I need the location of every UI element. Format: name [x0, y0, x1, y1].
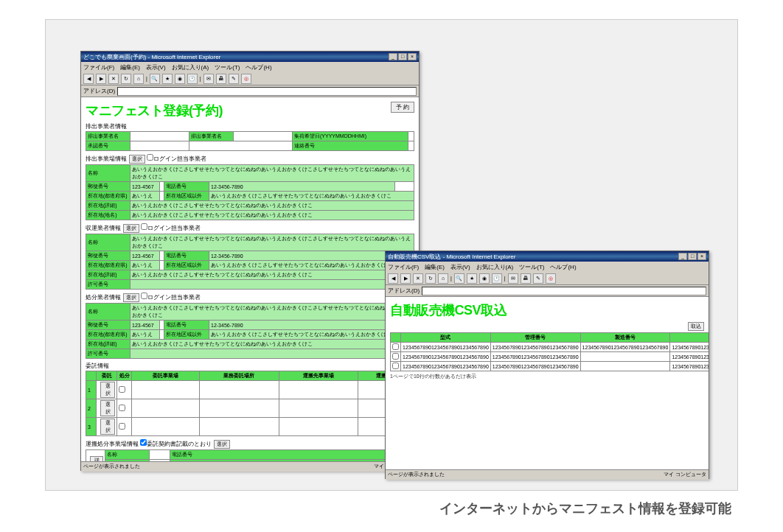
cell — [132, 381, 200, 399]
select-button[interactable]: 選択 — [100, 382, 115, 398]
search-icon[interactable]: 🔍 — [454, 273, 464, 284]
import-button[interactable]: 取込 — [688, 322, 704, 331]
menu-file[interactable]: ファイル(F) — [388, 263, 419, 271]
row-checkbox — [392, 343, 399, 350]
menu-fav[interactable]: お気に入り(A) — [172, 63, 209, 71]
cell — [199, 418, 279, 436]
maximize-icon[interactable]: □ — [688, 253, 697, 260]
stop-icon[interactable]: ✕ — [108, 74, 119, 84]
select-button[interactable]: 選択 — [100, 400, 115, 416]
search-icon[interactable]: 🔍 — [150, 74, 160, 84]
cell: 123-4567 — [130, 321, 160, 330]
forward-icon[interactable]: ▶ — [96, 74, 106, 84]
minimize-icon[interactable]: _ — [678, 253, 687, 260]
page-title: 自動販売機CSV取込 — [390, 301, 704, 319]
edit-icon[interactable]: ✎ — [533, 273, 543, 284]
back-icon[interactable]: ◀ — [388, 273, 398, 284]
label: 連絡番号 — [293, 141, 408, 151]
cell: あいうえ — [130, 192, 160, 201]
table-transporter: 名称あいうえおかきくけこさしすせそたちつてとなにぬねのあいうえおかきくけこさしす… — [86, 234, 414, 290]
mail-icon[interactable]: ✉ — [508, 273, 518, 284]
cell: 12-3456-7890 — [209, 182, 395, 192]
home-icon[interactable]: ⌂ — [133, 74, 144, 84]
checkbox[interactable] — [119, 405, 125, 411]
ie-window-manifest: どこでも廃棄画面(予約) - Microsoft Internet Explor… — [80, 51, 420, 471]
menubar: ファイル(F) 編集(E) 表示(V) お気に入り(A) ツール(T) ヘルプ(… — [81, 62, 419, 72]
menu-edit[interactable]: 編集(E) — [120, 63, 140, 71]
label: 名称 — [105, 450, 150, 460]
csv-table: 型式管理番号製造番号備考 123456789012345678901234567… — [390, 332, 709, 371]
select-button[interactable]: 選択 — [123, 293, 139, 302]
maximize-icon[interactable]: □ — [398, 53, 407, 60]
select-button[interactable]: 選択 — [100, 419, 115, 435]
discuss-icon[interactable]: ◎ — [241, 74, 251, 84]
select-button[interactable]: 選択 — [123, 224, 139, 233]
table-dest: 詳細名称電話番号 所在地(都道府県)所在地区域以外 所在地(詳細) — [86, 449, 414, 461]
print-icon[interactable]: 🖶 — [216, 74, 226, 84]
favorites-icon[interactable]: ★ — [467, 273, 477, 284]
same-checkbox[interactable] — [141, 293, 147, 299]
cell: 123456789012345678901234567890 — [490, 362, 580, 371]
history-icon[interactable]: 🕑 — [187, 74, 198, 84]
section-3: 収運業者情報選択 ログイン担当事業者 — [86, 223, 414, 233]
table-disposer: 名称あいうえおかきくけこさしすせそたちつてとなにぬねのあいうえおかきくけこさしす… — [86, 303, 414, 359]
menu-help[interactable]: ヘルプ(H) — [246, 63, 271, 71]
close-icon[interactable]: × — [408, 53, 417, 60]
label: 所在地(詳細) — [86, 201, 130, 211]
cell: 123456789012345678901234567890 — [490, 343, 580, 352]
toolbar: ◀ ▶ ✕ ↻ ⌂ | 🔍 ★ ◉ 🕑 | ✉ 🖶 ✎ ◎ — [81, 72, 419, 85]
table-emitter: 排出事業者名排出事業者名集荷希望日(YYYYMMDDHHMI) 承認番号連絡番号 — [86, 131, 414, 151]
menu-edit[interactable]: 編集(E) — [425, 263, 445, 271]
reserve-button[interactable]: 予 約 — [391, 102, 414, 113]
cell: 123456789012345678901234567890 — [401, 343, 491, 352]
cell — [279, 418, 358, 436]
checkbox[interactable] — [119, 423, 125, 430]
label: 承認番号 — [86, 141, 130, 151]
menu-file[interactable]: ファイル(F) — [83, 63, 114, 71]
header: 処分 — [117, 371, 132, 381]
table-consign: 委託処分委託事業場業務委託場所運搬先事業場運搬先所 1選択 2選択 3選択 — [86, 371, 414, 436]
close-icon[interactable]: × — [697, 253, 706, 260]
detail-button[interactable]: 詳細 — [90, 456, 103, 461]
label: 所在地(地名) — [86, 211, 130, 220]
contract-checkbox[interactable] — [140, 439, 147, 446]
refresh-icon[interactable]: ↻ — [425, 273, 436, 284]
menu-view[interactable]: 表示(V) — [146, 63, 166, 71]
forward-icon[interactable]: ▶ — [400, 273, 411, 284]
discuss-icon[interactable]: ◎ — [546, 273, 556, 284]
same-checkbox[interactable] — [147, 154, 153, 161]
titlebar: 自動販売機CSV取込 - Microsoft Internet Explorer… — [386, 251, 709, 262]
header: 製造番号 — [580, 333, 670, 343]
menu-view[interactable]: 表示(V) — [450, 263, 470, 271]
cell — [132, 399, 200, 418]
address-input[interactable] — [117, 87, 417, 96]
favorites-icon[interactable]: ★ — [162, 74, 173, 84]
label: 電話番号 — [164, 182, 209, 192]
label: 所在地区域以外 — [164, 192, 209, 201]
menu-help[interactable]: ヘルプ(H) — [550, 263, 576, 271]
menu-tools[interactable]: ツール(T) — [519, 263, 544, 271]
cell: 1234567890123456789012345678901234567890 — [670, 362, 709, 371]
label: 名称 — [86, 304, 130, 321]
select-button[interactable]: 選択 — [129, 155, 145, 164]
stop-icon[interactable]: ✕ — [413, 273, 423, 284]
label: 名称 — [86, 234, 130, 251]
media-icon[interactable]: ◉ — [479, 273, 490, 284]
address-input[interactable] — [422, 287, 706, 295]
media-icon[interactable]: ◉ — [175, 74, 185, 84]
edit-icon[interactable]: ✎ — [229, 74, 239, 84]
home-icon[interactable]: ⌂ — [438, 273, 448, 284]
mail-icon[interactable]: ✉ — [203, 74, 214, 84]
print-icon[interactable]: 🖶 — [521, 273, 531, 284]
menu-tools[interactable]: ツール(T) — [215, 63, 240, 71]
checkbox[interactable] — [119, 386, 125, 393]
same-checkbox[interactable] — [141, 223, 147, 230]
history-icon[interactable]: 🕑 — [492, 273, 502, 284]
select-button[interactable]: 選択 — [214, 440, 230, 449]
cell: 123-4567 — [130, 251, 160, 261]
menu-fav[interactable]: お気に入り(A) — [476, 263, 514, 271]
back-icon[interactable]: ◀ — [83, 74, 94, 84]
cell: あいうえ — [130, 261, 160, 270]
refresh-icon[interactable]: ↻ — [121, 74, 131, 84]
minimize-icon[interactable]: _ — [389, 53, 397, 60]
